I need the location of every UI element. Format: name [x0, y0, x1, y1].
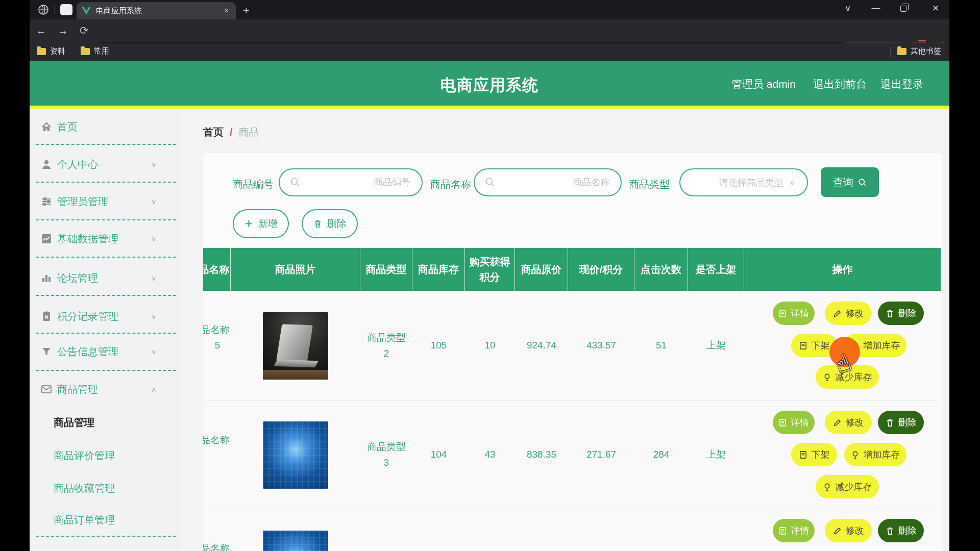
delete-row-button[interactable]: 删除: [878, 302, 924, 325]
divider: [36, 333, 176, 334]
desk-shape: [263, 370, 328, 380]
detail-button[interactable]: 详情: [773, 302, 815, 325]
col-name: 商品名称: [203, 248, 231, 291]
sidebar-subitem-review[interactable]: 商品评价管理: [30, 445, 181, 466]
doc-icon: [799, 341, 807, 350]
product-photo-tech[interactable]: [263, 421, 328, 489]
globe-icon[interactable]: [38, 4, 49, 15]
sidebar-subitem-favorite[interactable]: 商品收藏管理: [30, 478, 181, 498]
edit-button[interactable]: 修改: [825, 411, 872, 434]
other-bookmarks[interactable]: 其他书签: [897, 46, 941, 56]
sidebar-subitem-goods[interactable]: 商品管理: [30, 412, 181, 433]
cell-photo: [231, 401, 360, 509]
chevron-down-icon: ∨: [151, 235, 156, 243]
cell-stock: 105: [412, 291, 465, 400]
divider: [36, 257, 176, 258]
back-icon[interactable]: ←: [36, 24, 46, 37]
exit-to-front-link[interactable]: 退出到前台: [813, 77, 867, 91]
detail-button[interactable]: 详情: [773, 411, 815, 434]
reload-icon[interactable]: ⟳: [80, 24, 89, 37]
pencil-icon: [833, 527, 842, 535]
laptop-base-shape: [274, 359, 318, 367]
sidebar-item-goods[interactable]: 商品管理 ∧: [30, 379, 181, 399]
detail-button[interactable]: 详情: [773, 519, 815, 542]
window-minimize-icon[interactable]: —: [869, 3, 883, 13]
logout-link[interactable]: 退出登录: [880, 77, 923, 91]
col-points: 购买获得积分: [465, 248, 515, 291]
goods-type-select[interactable]: 请选择商品类型 ∨: [679, 168, 808, 196]
col-cur: 现价/积分: [568, 248, 634, 291]
cell-orig: [515, 509, 568, 551]
pencil-icon: [833, 418, 842, 427]
col-shelf: 是否上架: [688, 248, 744, 291]
col-orig: 商品原价: [515, 248, 568, 291]
doc-icon: [778, 309, 787, 318]
sidebar-item-admin[interactable]: 管理员管理 ∨: [30, 191, 181, 212]
breadcrumb-current: 商品: [239, 127, 259, 138]
screen: 电商应用系统 × + ∨ — ✕ ← → ⟳ i localhost:8081/…: [0, 0, 980, 551]
sidebar-item-home[interactable]: 首页: [30, 117, 181, 137]
divider: [54, 5, 55, 14]
forward-icon[interactable]: →: [58, 24, 68, 37]
cell-cur: [568, 509, 634, 551]
delete-label: 删除: [327, 217, 347, 231]
query-button[interactable]: 查询: [821, 167, 879, 197]
product-photo-tech[interactable]: [263, 531, 328, 551]
window-restore-icon[interactable]: [900, 6, 906, 12]
sidebar-item-points[interactable]: 积分记录管理 ∨: [30, 306, 181, 327]
table-header: 商品名称 商品照片 商品类型 商品库存 购买获得积分 商品原价 现价/积分 点击…: [203, 248, 941, 291]
delete-row-button[interactable]: 删除: [878, 519, 924, 542]
sidebar-item-profile[interactable]: 个人中心 ∨: [30, 154, 181, 174]
product-photo-laptop[interactable]: [263, 312, 328, 380]
goods-type-label: 商品类型: [629, 178, 670, 191]
sidebar-item-basedata[interactable]: 基础数据管理 ∨: [30, 229, 181, 249]
doc-icon: [778, 527, 787, 535]
bookmark-folder-1[interactable]: 资料: [37, 46, 65, 56]
cell-shelf: 上架: [688, 401, 744, 509]
goods-id-input[interactable]: [279, 168, 423, 196]
sidebar-subitem-order[interactable]: 商品订单管理: [30, 510, 181, 530]
clipboard-x-icon: [41, 311, 52, 322]
sidebar-item-notice[interactable]: 公告信息管理 ∨: [30, 341, 181, 362]
chevron-down-icon: ∨: [151, 347, 156, 356]
breadcrumb-home[interactable]: 首页: [203, 127, 224, 138]
trash-icon: [313, 219, 322, 228]
cell-orig: 924.74: [515, 291, 568, 400]
cell-photo: [231, 291, 360, 400]
folder-icon: [897, 48, 906, 55]
sidebar-item-forum[interactable]: 论坛管理 ∨: [30, 268, 181, 288]
other-bookmarks-label: 其他书签: [911, 46, 941, 56]
window-icon[interactable]: [60, 4, 72, 15]
trash-icon: [886, 527, 894, 535]
chevron-down-icon: ∨: [151, 312, 156, 320]
bar-chart-icon: [41, 272, 52, 284]
bookmark-folder-2[interactable]: 常用: [81, 46, 109, 56]
admin-user-label: 管理员 admin: [731, 77, 796, 91]
off-shelf-button[interactable]: 下架: [791, 443, 837, 466]
cell-clicks: 284: [634, 401, 688, 509]
divider: [36, 370, 176, 371]
cell-name: 商品名称: [203, 401, 231, 509]
delete-row-button[interactable]: 删除: [878, 411, 924, 434]
announcement-icon: [41, 346, 52, 357]
cell-clicks: 51: [634, 291, 688, 400]
add-stock-button[interactable]: 增加库存: [844, 443, 906, 466]
edit-button[interactable]: 修改: [825, 519, 872, 542]
browser-tab[interactable]: 电商应用系统 ×: [77, 2, 236, 19]
new-tab-button[interactable]: +: [243, 4, 250, 17]
delete-button[interactable]: 删除: [302, 209, 358, 238]
reduce-stock-button[interactable]: 减少库存: [816, 475, 879, 498]
goods-name-input[interactable]: [474, 168, 622, 196]
pencil-icon: [833, 309, 842, 318]
site-title: 电商应用系统: [30, 74, 949, 96]
window-close-icon[interactable]: ✕: [928, 3, 943, 14]
edit-button[interactable]: 修改: [825, 302, 872, 325]
add-button[interactable]: 新增: [233, 209, 289, 238]
bookmark-label: 常用: [94, 46, 109, 56]
divider: [36, 536, 176, 537]
table-row: 商品名称 商品类型 详情 修改 删除 下架 增加库存: [203, 509, 941, 551]
plus-icon: [244, 219, 253, 228]
window-chevron-icon[interactable]: ∨: [841, 3, 855, 14]
tab-close-icon[interactable]: ×: [222, 6, 231, 15]
page-content: 首页 个人中心 ∨ 管理员管理 ∨ 基础数据管理 ∨: [30, 109, 949, 551]
